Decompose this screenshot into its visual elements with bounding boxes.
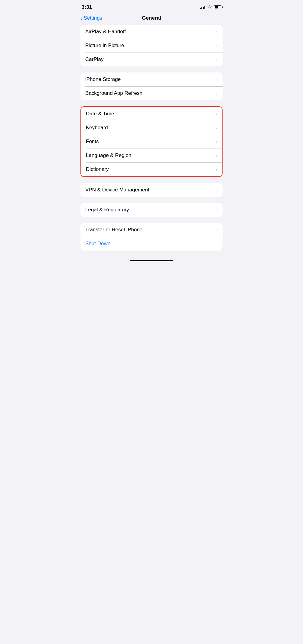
settings-group-3: Date & Time › Keyboard › Fonts › Languag… <box>80 106 223 177</box>
vpn-device-management-label: VPN & Device Management <box>85 187 149 193</box>
status-time: 3:31 <box>82 4 92 10</box>
legal-regulatory-label: Legal & Regulatory <box>85 207 129 213</box>
settings-group-4: VPN & Device Management › <box>80 183 223 197</box>
shutdown-label: Shut Down <box>85 241 110 247</box>
settings-group-1: AirPlay & Handoff › Picture in Picture ›… <box>80 25 223 66</box>
shutdown-item[interactable]: Shut Down <box>80 237 223 251</box>
chevron-right-icon: › <box>216 91 218 96</box>
dictionary-label: Dictionary <box>86 166 109 172</box>
airplay-handoff-label: AirPlay & Handoff <box>85 29 126 35</box>
home-indicator <box>76 257 227 264</box>
chevron-right-icon: › <box>216 43 218 48</box>
chevron-right-icon: › <box>216 111 217 117</box>
chevron-right-icon: › <box>216 227 218 232</box>
settings-content: AirPlay & Handoff › Picture in Picture ›… <box>76 25 227 251</box>
back-button[interactable]: ‹ Settings <box>80 15 102 21</box>
signal-bars-icon <box>200 5 205 9</box>
background-app-refresh-item[interactable]: Background App Refresh › <box>80 86 223 100</box>
picture-in-picture-label: Picture in Picture <box>85 43 124 49</box>
settings-group-6: Transfer or Reset iPhone › Shut Down <box>80 223 223 251</box>
nav-bar: ‹ Settings General <box>76 13 227 25</box>
language-region-item[interactable]: Language & Region › <box>81 149 222 162</box>
chevron-right-icon: › <box>216 57 218 62</box>
back-chevron-icon: ‹ <box>80 15 83 21</box>
iphone-storage-label: iPhone Storage <box>85 76 121 82</box>
picture-in-picture-item[interactable]: Picture in Picture › <box>80 39 223 53</box>
airplay-handoff-item[interactable]: AirPlay & Handoff › <box>80 25 223 39</box>
fonts-label: Fonts <box>86 139 99 145</box>
vpn-device-management-item[interactable]: VPN & Device Management › <box>80 183 223 197</box>
date-time-item[interactable]: Date & Time › <box>81 107 222 121</box>
settings-group-2: iPhone Storage › Background App Refresh … <box>80 72 223 100</box>
legal-regulatory-item[interactable]: Legal & Regulatory › <box>80 203 223 217</box>
settings-group-5: Legal & Regulatory › <box>80 203 223 217</box>
chevron-right-icon: › <box>216 29 218 34</box>
background-app-refresh-label: Background App Refresh <box>85 90 142 96</box>
status-bar: 3:31 <box>76 0 227 13</box>
transfer-reset-item[interactable]: Transfer or Reset iPhone › <box>80 223 223 237</box>
chevron-right-icon: › <box>216 77 218 82</box>
carplay-label: CarPlay <box>85 56 103 62</box>
keyboard-item[interactable]: Keyboard › <box>81 121 222 135</box>
keyboard-label: Keyboard <box>86 125 108 131</box>
chevron-right-icon: › <box>216 125 217 130</box>
dictionary-item[interactable]: Dictionary › <box>81 162 222 176</box>
transfer-reset-label: Transfer or Reset iPhone <box>85 227 142 233</box>
iphone-storage-item[interactable]: iPhone Storage › <box>80 72 223 86</box>
home-indicator-bar <box>130 260 173 261</box>
battery-icon <box>214 5 221 9</box>
chevron-right-icon: › <box>216 153 217 158</box>
fonts-item[interactable]: Fonts › <box>81 135 222 149</box>
chevron-right-icon: › <box>216 187 218 193</box>
carplay-item[interactable]: CarPlay › <box>80 53 223 66</box>
wifi-icon <box>207 5 212 10</box>
chevron-right-icon: › <box>216 139 217 144</box>
language-region-label: Language & Region <box>86 152 131 159</box>
chevron-right-icon: › <box>216 207 218 213</box>
chevron-right-icon: › <box>216 167 217 172</box>
date-time-label: Date & Time <box>86 111 114 117</box>
page-title: General <box>142 15 161 21</box>
back-label: Settings <box>84 15 102 21</box>
status-icons <box>200 5 221 10</box>
